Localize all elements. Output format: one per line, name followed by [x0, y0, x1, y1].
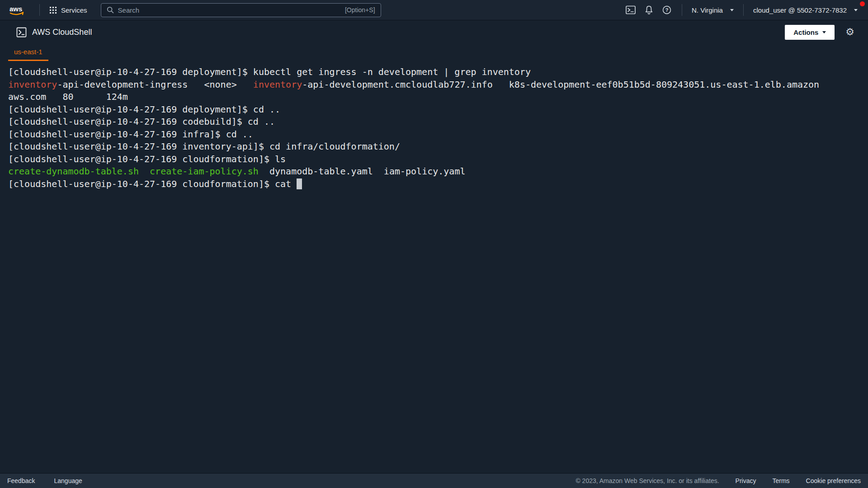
terminal-segment: [cloudshell-user@ip-10-4-27-169 deployme…: [8, 104, 280, 115]
cloudshell-service-icon: [16, 27, 27, 38]
terminal-segment: [cloudshell-user@ip-10-4-27-169 infra]$ …: [8, 129, 253, 140]
terminal-line: [cloudshell-user@ip-10-4-27-169 infra]$ …: [8, 128, 860, 141]
terminal-line: create-dynamodb-table.sh create-iam-poli…: [8, 165, 860, 178]
help-button[interactable]: ?: [658, 2, 676, 18]
terminal-tab-bar: us-east-1: [0, 44, 868, 61]
chevron-down-icon: [730, 9, 734, 11]
svg-text:?: ?: [665, 7, 669, 13]
tab-label: us-east-1: [14, 48, 42, 56]
terms-link[interactable]: Terms: [772, 477, 789, 484]
terminal-segment: [cloudshell-user@ip-10-4-27-169 inventor…: [8, 141, 400, 152]
actions-button[interactable]: Actions: [785, 25, 835, 40]
question-icon: ?: [662, 5, 671, 14]
cloudshell-header-actions: Actions ⚙: [785, 25, 854, 40]
nav-divider: [39, 4, 40, 16]
chevron-down-icon: [822, 31, 826, 33]
footer-right-group: © 2023, Amazon Web Services, Inc. or its…: [576, 477, 861, 484]
nav-divider: [743, 4, 744, 16]
copyright-text: © 2023, Amazon Web Services, Inc. or its…: [576, 477, 719, 484]
terminal-segment: [cloudshell-user@ip-10-4-27-169 codebuil…: [8, 116, 275, 127]
cloudshell-title-group: AWS CloudShell: [16, 27, 92, 38]
search-icon: [107, 6, 114, 14]
privacy-link[interactable]: Privacy: [736, 477, 756, 484]
terminal-line: [cloudshell-user@ip-10-4-27-169 codebuil…: [8, 116, 860, 128]
terminal-segment: create-iam-policy.sh: [150, 166, 259, 177]
terminal-line: [cloudshell-user@ip-10-4-27-169 inventor…: [8, 141, 860, 153]
terminal-output: [cloudshell-user@ip-10-4-27-169 deployme…: [8, 66, 860, 190]
terminal-line: [cloudshell-user@ip-10-4-27-169 cloudfor…: [8, 153, 860, 166]
terminal-segment: [cloudshell-user@ip-10-4-27-169 deployme…: [8, 66, 531, 77]
account-label: cloud_user @ 5502-7372-7832: [753, 6, 847, 14]
language-link[interactable]: Language: [54, 477, 82, 484]
recording-indicator-dot: [860, 1, 865, 6]
terminal-line: [cloudshell-user@ip-10-4-27-169 cloudfor…: [8, 178, 860, 191]
terminal-line: [cloudshell-user@ip-10-4-27-169 deployme…: [8, 103, 860, 116]
terminal-segment: inventory: [253, 79, 302, 90]
terminal-segment: inventory: [8, 79, 57, 90]
region-label: N. Virginia: [692, 6, 723, 14]
aws-logo[interactable]: aws: [8, 4, 27, 16]
actions-button-label: Actions: [793, 28, 818, 36]
services-label: Services: [61, 6, 87, 14]
terminal-segment: -api-development.cmcloudlab727.info k8s-…: [302, 79, 819, 90]
page-title: AWS CloudShell: [32, 28, 92, 37]
region-selector[interactable]: N. Virginia: [688, 4, 737, 17]
tab-us-east-1[interactable]: us-east-1: [8, 44, 48, 61]
services-menu-button[interactable]: Services: [46, 4, 91, 17]
cloudshell-header: AWS CloudShell Actions ⚙: [0, 20, 868, 44]
terminal-segment: aws.com 80 124m: [8, 91, 128, 102]
bell-icon: [645, 5, 653, 14]
settings-button[interactable]: ⚙: [845, 27, 854, 37]
feedback-link[interactable]: Feedback: [7, 477, 35, 484]
terminal-segment: [139, 166, 150, 177]
top-navigation-bar: aws Services Search [Option+S]: [0, 0, 868, 20]
grid-icon: [49, 6, 57, 14]
terminal-line: aws.com 80 124m: [8, 91, 860, 103]
aws-logo-icon: aws: [8, 4, 27, 16]
gear-icon: ⚙: [845, 26, 854, 38]
cookie-preferences-link[interactable]: Cookie preferences: [806, 477, 861, 484]
footer-left-group: Feedback Language: [7, 477, 82, 484]
terminal-icon: [626, 5, 636, 14]
search-shortcut-hint: [Option+S]: [345, 6, 375, 14]
topnav-right-group: ? N. Virginia cloud_user @ 5502-7372-783…: [622, 2, 861, 18]
search-input[interactable]: Search [Option+S]: [101, 3, 381, 17]
cloudshell-shortcut-button[interactable]: [622, 2, 640, 18]
terminal-segment: create-dynamodb-table.sh: [8, 166, 139, 177]
terminal[interactable]: [cloudshell-user@ip-10-4-27-169 deployme…: [0, 61, 868, 190]
terminal-line: [cloudshell-user@ip-10-4-27-169 deployme…: [8, 66, 860, 79]
terminal-segment: [cloudshell-user@ip-10-4-27-169 cloudfor…: [8, 154, 286, 164]
terminal-line: inventory-api-development-ingress <none>…: [8, 79, 860, 91]
terminal-cursor: [297, 178, 302, 189]
terminal-segment: [cloudshell-user@ip-10-4-27-169 cloudfor…: [8, 178, 297, 189]
terminal-segment: -api-development-ingress <none>: [57, 79, 253, 90]
nav-divider: [682, 4, 682, 16]
svg-text:aws: aws: [9, 5, 22, 13]
notifications-button[interactable]: [640, 2, 658, 18]
account-menu[interactable]: cloud_user @ 5502-7372-7832: [750, 4, 861, 17]
footer-bar: Feedback Language © 2023, Amazon Web Ser…: [0, 473, 868, 488]
chevron-down-icon: [854, 9, 858, 11]
terminal-segment: dynamodb-table.yaml iam-policy.yaml: [259, 166, 466, 177]
search-placeholder: Search: [118, 6, 140, 14]
